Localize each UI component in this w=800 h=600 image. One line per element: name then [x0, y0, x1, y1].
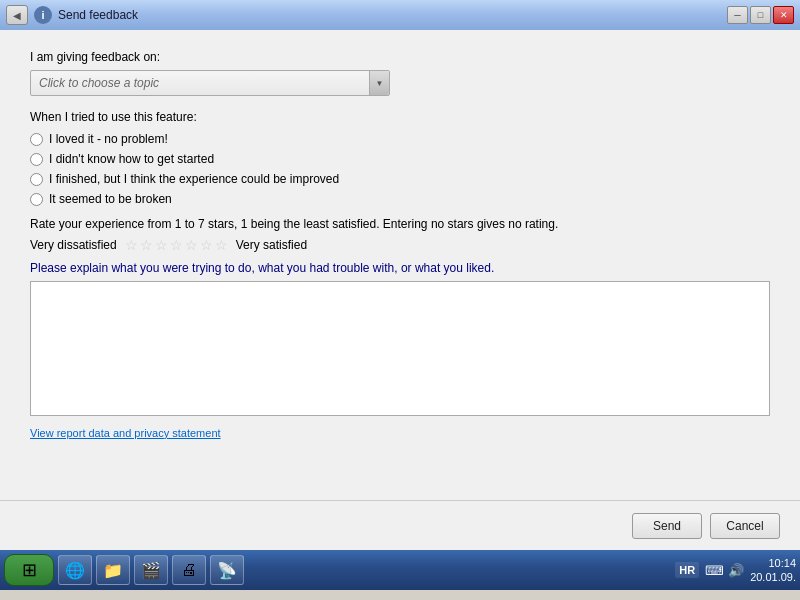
- rating-section: Rate your experience from 1 to 7 stars, …: [30, 216, 770, 275]
- dialog-window: I am giving feedback on: Click to choose…: [0, 30, 800, 550]
- title-bar: ◀ i Send feedback ─ □ ✕: [0, 0, 800, 30]
- radio-label-4: It seemed to be broken: [49, 192, 172, 206]
- dropdown-arrow-icon: ▼: [369, 71, 389, 95]
- tray-icon-1: ⌨: [705, 563, 724, 578]
- system-clock: 10:14 20.01.09.: [750, 556, 796, 585]
- radio-option-4[interactable]: It seemed to be broken: [30, 192, 770, 206]
- privacy-link[interactable]: View report data and privacy statement: [30, 427, 770, 439]
- radio-circle-2: [30, 153, 43, 166]
- taskbar-folder-button[interactable]: 📁: [96, 555, 130, 585]
- topic-placeholder: Click to choose a topic: [39, 76, 381, 90]
- star-5[interactable]: ☆: [185, 237, 198, 253]
- rating-description: Rate your experience from 1 to 7 stars, …: [30, 216, 770, 233]
- title-bar-left: ◀ i Send feedback: [6, 5, 727, 25]
- star-6[interactable]: ☆: [200, 237, 213, 253]
- radio-label-1: I loved it - no problem!: [49, 132, 168, 146]
- star-7[interactable]: ☆: [215, 237, 228, 253]
- radio-option-3[interactable]: I finished, but I think the experience c…: [30, 172, 770, 186]
- topic-dropdown[interactable]: Click to choose a topic ▼: [30, 70, 390, 96]
- maximize-button[interactable]: □: [750, 6, 771, 24]
- feedback-textarea[interactable]: [30, 281, 770, 416]
- taskbar-network-button[interactable]: 📡: [210, 555, 244, 585]
- minimize-button[interactable]: ─: [727, 6, 748, 24]
- star-4[interactable]: ☆: [170, 237, 183, 253]
- radio-circle-3: [30, 173, 43, 186]
- tray-icon-2: 🔊: [728, 563, 744, 578]
- radio-option-1[interactable]: I loved it - no problem!: [30, 132, 770, 146]
- very-dissatisfied-label: Very dissatisfied: [30, 238, 117, 252]
- star-rating[interactable]: ☆ ☆ ☆ ☆ ☆ ☆ ☆: [125, 237, 228, 253]
- radio-label-2: I didn't know how to get started: [49, 152, 214, 166]
- radio-option-2[interactable]: I didn't know how to get started: [30, 152, 770, 166]
- taskbar-right: HR ⌨ 🔊 10:14 20.01.09.: [675, 556, 796, 585]
- radio-circle-1: [30, 133, 43, 146]
- star-row: Very dissatisfied ☆ ☆ ☆ ☆ ☆ ☆ ☆ Very sat…: [30, 237, 770, 253]
- send-button[interactable]: Send: [632, 513, 702, 539]
- star-1[interactable]: ☆: [125, 237, 138, 253]
- window-controls: ─ □ ✕: [727, 6, 794, 24]
- star-3[interactable]: ☆: [155, 237, 168, 253]
- bottom-bar: Send Cancel: [0, 500, 800, 550]
- language-indicator: HR: [675, 562, 699, 578]
- explanation-label: Please explain what you were trying to d…: [30, 261, 770, 275]
- star-2[interactable]: ☆: [140, 237, 153, 253]
- taskbar-printer-button[interactable]: 🖨: [172, 555, 206, 585]
- system-tray-icons: ⌨ 🔊: [705, 563, 744, 578]
- radio-circle-4: [30, 193, 43, 206]
- radio-label-3: I finished, but I think the experience c…: [49, 172, 339, 186]
- taskbar: ⊞ 🌐 📁 🎬 🖨 📡 HR ⌨ 🔊 10:14 20.01.09.: [0, 550, 800, 590]
- feature-label: When I tried to use this feature:: [30, 110, 770, 124]
- content-area: I am giving feedback on: Click to choose…: [0, 30, 800, 500]
- start-button[interactable]: ⊞: [4, 554, 54, 586]
- clock-time: 10:14: [750, 556, 796, 570]
- app-icon: i: [34, 6, 52, 24]
- close-button[interactable]: ✕: [773, 6, 794, 24]
- topic-section-label: I am giving feedback on:: [30, 50, 770, 64]
- window-title: Send feedback: [58, 8, 138, 22]
- taskbar-ie-button[interactable]: 🌐: [58, 555, 92, 585]
- cancel-button[interactable]: Cancel: [710, 513, 780, 539]
- back-button[interactable]: ◀: [6, 5, 28, 25]
- clock-date: 20.01.09.: [750, 570, 796, 584]
- very-satisfied-label: Very satisfied: [236, 238, 307, 252]
- taskbar-media-button[interactable]: 🎬: [134, 555, 168, 585]
